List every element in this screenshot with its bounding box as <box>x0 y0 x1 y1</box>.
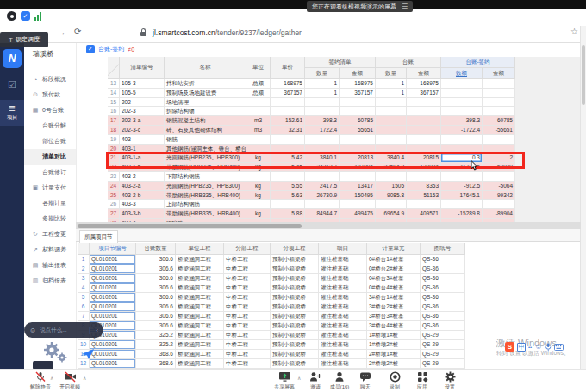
cell-unit[interactable]: 3#桥台4#桩基 <box>367 321 421 331</box>
cell-unit[interactable]: 3#桥台3#桩基 <box>367 312 421 321</box>
cell-lq[interactable]: 69654.9 <box>376 209 407 219</box>
cell-sheet[interactable]: QS-36 <box>421 312 465 321</box>
cell-da[interactable] <box>483 200 515 209</box>
cell-da[interactable] <box>483 79 515 89</box>
cell-uw[interactable]: 桥梁涵洞工程 <box>176 255 224 264</box>
cell-dq[interactable] <box>441 135 483 145</box>
rail-item-project[interactable]: ≣ 项目 <box>0 100 24 126</box>
cell-lq[interactable] <box>376 98 407 108</box>
cell-price[interactable]: 152.61 <box>271 116 305 126</box>
row-number[interactable]: 6 <box>78 302 90 312</box>
cell-code[interactable]: 403-2-a <box>120 182 165 191</box>
cell-price[interactable] <box>271 98 305 108</box>
cell-dq[interactable]: -912.5 <box>441 182 483 191</box>
cell-sheet[interactable]: QS-29 <box>421 340 465 350</box>
row-number[interactable]: 4 <box>78 283 90 293</box>
cell-price[interactable]: 5.63 <box>271 191 305 201</box>
cell-xm[interactable]: 灌注桩基础 <box>319 293 367 302</box>
settings-button[interactable]: 设置 <box>435 371 464 391</box>
cell-la[interactable] <box>407 172 441 182</box>
sogou-input-icon[interactable]: S <box>505 342 514 352</box>
cell-price[interactable] <box>271 135 305 145</box>
scrollbar-thumb[interactable] <box>78 224 302 228</box>
language-icon[interactable]: 中 <box>517 343 526 352</box>
chat-input-pill[interactable]: ☺ 说点什么... ❘ ‹ <box>24 322 103 338</box>
cell-lq[interactable]: 9085.8 <box>376 191 407 201</box>
col-header-price[interactable]: 单价 <box>271 57 305 79</box>
cell-sheet[interactable]: QS-36 <box>421 293 465 302</box>
extension-icon-1[interactable] <box>7 11 16 21</box>
row-number[interactable]: 15 <box>108 98 120 108</box>
row-number[interactable]: 17 <box>108 116 120 126</box>
cell-dq[interactable] <box>441 89 483 98</box>
cell-code[interactable]: 403-3-b <box>120 209 165 219</box>
col-header-ledger-amt[interactable]: 金额 <box>407 68 441 79</box>
cell-da[interactable]: -55651 <box>483 126 515 135</box>
bookmark-star-icon[interactable]: ☆ <box>570 27 578 36</box>
cell-name[interactable]: 下部结构钢筋 <box>165 172 246 182</box>
cell-unit[interactable]: kg <box>246 191 271 201</box>
cell-fw[interactable]: 中桥工程 <box>224 283 271 293</box>
cell-id[interactable]: QL010201 <box>90 274 136 283</box>
cell-lq[interactable] <box>376 172 407 182</box>
cell-sheet[interactable]: QS-29 <box>421 331 465 340</box>
cell-da[interactable] <box>483 107 515 116</box>
detail-col-sheet[interactable]: 图纸号 <box>421 243 465 255</box>
tab-project-nodes[interactable]: 所属项目节 <box>79 230 118 243</box>
cell-dq[interactable] <box>441 98 483 108</box>
cell-sheet[interactable]: QS-36 <box>421 255 465 264</box>
cell-la[interactable]: 409571 <box>407 209 441 219</box>
forward-icon[interactable]: → <box>57 27 66 37</box>
cell-la[interactable] <box>407 98 441 108</box>
col-header-unit[interactable]: 单位 <box>246 57 271 79</box>
cell-unit[interactable] <box>246 200 271 209</box>
padlock-icon[interactable] <box>140 32 146 36</box>
cell-fw[interactable]: 中桥工程 <box>224 359 271 369</box>
cell-la[interactable] <box>407 126 441 135</box>
row-number[interactable]: 3 <box>78 274 90 283</box>
cell-price[interactable]: 367157 <box>271 89 305 98</box>
cell-code[interactable]: 403-3 <box>120 200 165 209</box>
cell-sq[interactable]: 1722.4 <box>305 126 340 135</box>
cell-unit[interactable]: kg <box>246 182 271 191</box>
sidebar-item-ledger-revise[interactable]: 台账修订 <box>24 165 76 180</box>
cell-lq[interactable]: 1505 <box>376 182 407 191</box>
cell-la[interactable] <box>407 116 441 126</box>
cell-xw[interactable]: 预制小箱梁桥 <box>271 274 319 283</box>
cell-unit[interactable]: 0#桥台1#桩基 <box>367 255 421 264</box>
cell-unit[interactable]: 0#桥台2#桩基 <box>367 264 421 274</box>
cell-fw[interactable]: 中桥工程 <box>224 302 271 312</box>
cell-unit[interactable]: 0#桥台4#桩基 <box>367 283 421 293</box>
cell-unit[interactable] <box>246 172 271 182</box>
sidebar-item-material[interactable]: ↗材料调差 <box>24 242 76 258</box>
sidebar-item-part-ledger[interactable]: 部位台账 <box>24 134 76 149</box>
row-number[interactable]: 7 <box>78 312 90 321</box>
cell-name[interactable]: 预制场及场地建设费 <box>165 89 246 98</box>
cell-sa[interactable] <box>340 135 376 145</box>
col-header-code[interactable]: 清单编号 <box>120 57 165 79</box>
tray-keyboard-icon[interactable] <box>554 344 564 351</box>
cell-la[interactable]: 8353 <box>407 182 441 191</box>
cell-xm[interactable]: 灌注桩基础 <box>319 321 367 331</box>
cell-lq[interactable]: 1 <box>376 89 407 98</box>
cell-qty[interactable]: 306.6 <box>136 302 176 312</box>
cell-la[interactable] <box>407 200 441 209</box>
cell-sheet[interactable]: QS-36 <box>421 321 465 331</box>
cell-xw[interactable]: 预制小箱梁桥 <box>271 331 319 340</box>
detail-col-subdivision[interactable]: 分项工程 <box>271 243 319 255</box>
cell-unit[interactable]: 2#桥墩2#桩 <box>367 359 421 369</box>
cell-qty[interactable]: 306.6 <box>136 283 176 293</box>
cell-sa[interactable] <box>340 200 376 209</box>
cell-id[interactable]: QL010201 <box>90 293 136 302</box>
cell-xm[interactable]: 灌注桩基础 <box>319 331 367 340</box>
cell-qty[interactable]: 306.6 <box>136 264 176 274</box>
share-screen-button[interactable]: 共享屏幕 <box>270 371 299 391</box>
col-header-signed-qty[interactable]: 数量 <box>305 68 340 79</box>
cell-uw[interactable]: 桥梁涵洞工程 <box>176 312 224 321</box>
cell-la[interactable]: 168975 <box>407 79 441 89</box>
sidebar-item-archive-report[interactable]: ▥归档报表 <box>24 273 76 289</box>
cell-code[interactable]: 202-3-c <box>120 126 165 135</box>
vertical-scrollbar[interactable] <box>580 26 586 369</box>
row-number[interactable]: 23 <box>108 172 120 182</box>
cell-dq[interactable] <box>441 107 483 116</box>
